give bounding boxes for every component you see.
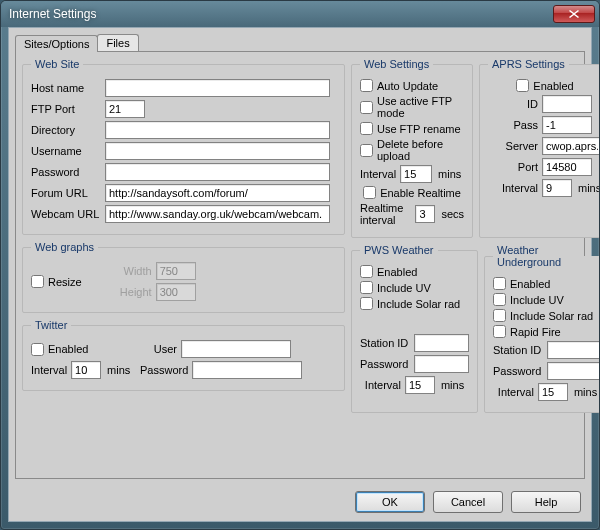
wu-solar-checkbox[interactable] xyxy=(493,309,506,322)
group-twitter: Twitter Enabled User Interval mins Passw… xyxy=(22,319,345,391)
resize-checkbox[interactable] xyxy=(31,275,44,288)
pws-enabled-checkbox-label[interactable]: Enabled xyxy=(360,265,417,278)
ftp-rename-checkbox[interactable] xyxy=(360,122,373,135)
legend-web-site: Web Site xyxy=(31,58,83,70)
tab-files[interactable]: Files xyxy=(97,34,138,51)
wu-uv-checkbox[interactable] xyxy=(493,293,506,306)
pws-station-input[interactable] xyxy=(414,334,469,352)
help-button[interactable]: Help xyxy=(511,491,581,513)
twitter-enabled-checkbox[interactable] xyxy=(31,343,44,356)
twitter-user-input[interactable] xyxy=(181,340,291,358)
legend-aprs: APRS Settings xyxy=(488,58,569,70)
aprs-enabled-checkbox-label[interactable]: Enabled xyxy=(516,79,573,92)
label-webcam-url: Webcam URL xyxy=(31,208,101,220)
tab-panel-sites-options: Web Site Host name FTP Port Directory Us… xyxy=(15,51,585,479)
label-wu-password: Password xyxy=(493,365,543,377)
active-ftp-checkbox[interactable] xyxy=(360,101,373,114)
wu-interval-input[interactable] xyxy=(538,383,568,401)
pws-interval-input[interactable] xyxy=(405,376,435,394)
legend-wu: Weather Underground xyxy=(493,244,600,268)
window-title: Internet Settings xyxy=(9,7,551,21)
password-input[interactable] xyxy=(105,163,330,181)
aprs-interval-input[interactable] xyxy=(542,179,572,197)
forum-url-input[interactable] xyxy=(105,184,330,202)
label-twitter-mins: mins xyxy=(107,364,130,376)
aprs-port-input[interactable] xyxy=(542,158,592,176)
ok-button[interactable]: OK xyxy=(355,491,425,513)
pws-solar-checkbox[interactable] xyxy=(360,297,373,310)
label-twitter-password: Password xyxy=(136,364,188,376)
auto-update-checkbox-label[interactable]: Auto Update xyxy=(360,79,438,92)
client-area: Sites/Options Files Web Site Host name F… xyxy=(8,27,592,522)
label-ws-interval: Interval xyxy=(360,168,396,180)
aprs-pass-input[interactable] xyxy=(542,116,592,134)
label-pws-station: Station ID xyxy=(360,337,410,349)
enable-realtime-checkbox[interactable] xyxy=(363,186,376,199)
wu-password-input[interactable] xyxy=(547,362,600,380)
legend-twitter: Twitter xyxy=(31,319,71,331)
auto-update-checkbox[interactable] xyxy=(360,79,373,92)
webcam-url-input[interactable] xyxy=(105,205,330,223)
resize-checkbox-label[interactable]: Resize xyxy=(31,259,82,304)
aprs-server-input[interactable] xyxy=(542,137,600,155)
active-ftp-checkbox-label[interactable]: Use active FTP mode xyxy=(360,95,464,119)
ftp-port-input[interactable] xyxy=(105,100,145,118)
label-forum-url: Forum URL xyxy=(31,187,101,199)
label-aprs-pass: Pass xyxy=(488,119,538,131)
twitter-interval-input[interactable] xyxy=(71,361,101,379)
close-button[interactable] xyxy=(553,5,595,23)
directory-input[interactable] xyxy=(105,121,330,139)
cancel-button[interactable]: Cancel xyxy=(433,491,503,513)
width-input xyxy=(156,262,196,280)
close-icon xyxy=(569,10,579,18)
aprs-enabled-checkbox[interactable] xyxy=(516,79,529,92)
twitter-password-input[interactable] xyxy=(192,361,302,379)
group-web-settings: Web Settings Auto Update Use active FTP … xyxy=(351,58,473,238)
pws-uv-checkbox-label[interactable]: Include UV xyxy=(360,281,431,294)
aprs-id-input[interactable] xyxy=(542,95,592,113)
group-pws: PWS Weather Enabled Include UV Include S… xyxy=(351,244,478,413)
label-twitter-interval: Interval xyxy=(31,364,67,376)
label-pws-interval: Interval xyxy=(365,379,401,391)
realtime-interval-input[interactable] xyxy=(415,205,435,223)
label-twitter-user: User xyxy=(125,343,177,355)
wu-rapid-checkbox[interactable] xyxy=(493,325,506,338)
enable-realtime-checkbox-label[interactable]: Enable Realtime xyxy=(363,186,461,199)
tab-strip: Sites/Options Files xyxy=(15,34,138,51)
pws-enabled-checkbox[interactable] xyxy=(360,265,373,278)
group-web-site: Web Site Host name FTP Port Directory Us… xyxy=(22,58,345,235)
pws-password-input[interactable] xyxy=(414,355,469,373)
delete-before-checkbox-label[interactable]: Delete before upload xyxy=(360,138,464,162)
legend-web-settings: Web Settings xyxy=(360,58,433,70)
ftp-rename-checkbox-label[interactable]: Use FTP rename xyxy=(360,122,461,135)
titlebar[interactable]: Internet Settings xyxy=(1,1,599,27)
label-aprs-interval: Interval xyxy=(488,182,538,194)
height-input xyxy=(156,283,196,301)
ws-interval-input[interactable] xyxy=(400,165,432,183)
tab-sites-options[interactable]: Sites/Options xyxy=(15,35,98,52)
twitter-enabled-checkbox-label[interactable]: Enabled xyxy=(31,343,121,356)
label-ws-mins: mins xyxy=(438,168,461,180)
wu-solar-checkbox-label[interactable]: Include Solar rad xyxy=(493,309,593,322)
label-realtime-interval: Realtime interval xyxy=(360,202,411,226)
label-pws-password: Password xyxy=(360,358,410,370)
label-wu-station: Station ID xyxy=(493,344,543,356)
label-pws-mins: mins xyxy=(441,379,464,391)
pws-uv-checkbox[interactable] xyxy=(360,281,373,294)
hostname-input[interactable] xyxy=(105,79,330,97)
username-input[interactable] xyxy=(105,142,330,160)
label-hostname: Host name xyxy=(31,82,101,94)
pws-solar-checkbox-label[interactable]: Include Solar rad xyxy=(360,297,460,310)
label-aprs-id: ID xyxy=(488,98,538,110)
wu-uv-checkbox-label[interactable]: Include UV xyxy=(493,293,564,306)
window: Internet Settings Sites/Options Files We… xyxy=(0,0,600,530)
label-wu-interval: Interval xyxy=(498,386,534,398)
wu-station-input[interactable] xyxy=(547,341,600,359)
group-wu: Weather Underground Enabled Include UV I… xyxy=(484,244,600,413)
group-web-graphs: Web graphs Resize Width Height xyxy=(22,241,345,313)
wu-rapid-checkbox-label[interactable]: Rapid Fire xyxy=(493,325,561,338)
legend-pws: PWS Weather xyxy=(360,244,438,256)
wu-enabled-checkbox-label[interactable]: Enabled xyxy=(493,277,550,290)
delete-before-checkbox[interactable] xyxy=(360,144,373,157)
wu-enabled-checkbox[interactable] xyxy=(493,277,506,290)
